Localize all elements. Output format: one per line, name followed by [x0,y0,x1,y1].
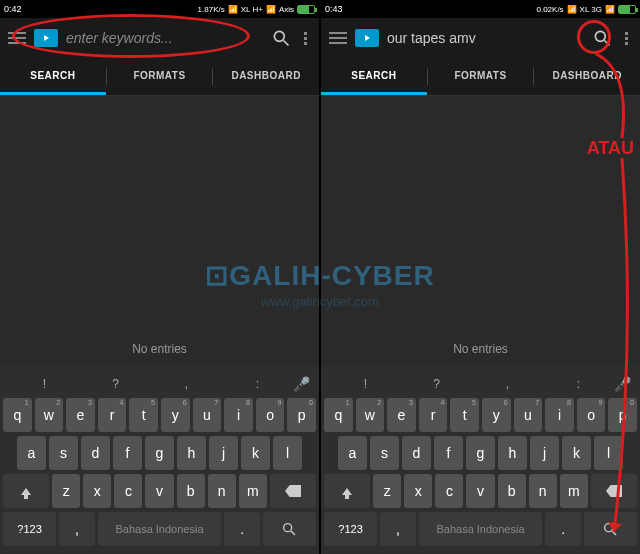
overflow-menu[interactable] [295,32,315,45]
key-z[interactable]: z [373,474,401,508]
key-a[interactable]: a [17,436,46,470]
suggestion[interactable]: ? [80,377,151,391]
menu-button[interactable] [325,25,351,51]
key-b[interactable]: b [498,474,526,508]
key-d[interactable]: d [81,436,110,470]
key-l[interactable]: l [273,436,302,470]
key-n[interactable]: n [529,474,557,508]
key-l[interactable]: l [594,436,623,470]
phone-left: 0:42 1.87K/s 📶 XL H+ 📶 Axis SEARCH FORMA… [0,0,319,554]
key-x[interactable]: x [83,474,111,508]
key-m[interactable]: m [239,474,267,508]
key-f[interactable]: f [434,436,463,470]
key-j[interactable]: j [209,436,238,470]
svg-point-0 [274,31,284,41]
key-y[interactable]: y6 [161,398,190,432]
symbols-key[interactable]: ?123 [324,512,377,546]
key-p[interactable]: p0 [608,398,637,432]
key-w[interactable]: w2 [356,398,385,432]
key-q[interactable]: q1 [3,398,32,432]
tab-dashboard[interactable]: DASHBOARD [213,58,319,95]
key-t[interactable]: t5 [450,398,479,432]
key-a[interactable]: a [338,436,367,470]
key-u[interactable]: u7 [514,398,543,432]
key-m[interactable]: m [560,474,588,508]
app-icon[interactable] [355,29,379,47]
key-p[interactable]: p0 [287,398,316,432]
search-key[interactable] [263,512,316,546]
search-icon[interactable] [592,28,612,48]
backspace-key[interactable] [591,474,637,508]
key-g[interactable]: g [466,436,495,470]
key-k[interactable]: k [562,436,591,470]
suggestion[interactable]: , [472,377,543,391]
key-c[interactable]: c [114,474,142,508]
key-t[interactable]: t5 [129,398,158,432]
battery-icon [618,5,636,14]
key-s[interactable]: s [49,436,78,470]
key-x[interactable]: x [404,474,432,508]
tab-search[interactable]: SEARCH [0,58,106,95]
backspace-key[interactable] [270,474,316,508]
key-y[interactable]: y6 [482,398,511,432]
key-i[interactable]: i8 [545,398,574,432]
key-u[interactable]: u7 [193,398,222,432]
key-o[interactable]: o9 [256,398,285,432]
key-r[interactable]: r4 [419,398,448,432]
overflow-menu[interactable] [616,32,636,45]
suggestion[interactable]: ! [330,377,401,391]
key-i[interactable]: i8 [224,398,253,432]
comma-key[interactable]: , [380,512,415,546]
key-e[interactable]: e3 [387,398,416,432]
suggestion[interactable]: : [222,377,293,391]
tab-formats[interactable]: FORMATS [428,58,534,95]
key-f[interactable]: f [113,436,142,470]
key-n[interactable]: n [208,474,236,508]
key-h[interactable]: h [498,436,527,470]
space-key[interactable]: Bahasa Indonesia [419,512,543,546]
key-q[interactable]: q1 [324,398,353,432]
suggestion[interactable]: ? [401,377,472,391]
suggestion[interactable]: , [151,377,222,391]
comma-key[interactable]: , [59,512,94,546]
period-key[interactable]: . [545,512,580,546]
key-j[interactable]: j [530,436,559,470]
search-input[interactable] [62,26,267,50]
key-s[interactable]: s [370,436,399,470]
space-key[interactable]: Bahasa Indonesia [98,512,222,546]
toolbar [0,18,319,58]
tab-search[interactable]: SEARCH [321,58,427,95]
kb-row-3: zxcvbnm [3,474,316,508]
tab-dashboard[interactable]: DASHBOARD [534,58,640,95]
status-bar: 0:43 0.02K/s 📶 XL 3G 📶 [321,0,640,18]
key-v[interactable]: v [145,474,173,508]
mic-icon[interactable]: 🎤 [293,376,310,392]
search-key[interactable] [584,512,637,546]
key-g[interactable]: g [145,436,174,470]
suggestion[interactable]: ! [9,377,80,391]
key-o[interactable]: o9 [577,398,606,432]
suggestion[interactable]: : [543,377,614,391]
keyboard: ! ? , : 🎤 q1w2e3r4t5y6u7i8o9p0 asdfghjkl… [321,366,640,554]
key-w[interactable]: w2 [35,398,64,432]
key-k[interactable]: k [241,436,270,470]
key-h[interactable]: h [177,436,206,470]
key-v[interactable]: v [466,474,494,508]
key-b[interactable]: b [177,474,205,508]
app-icon[interactable] [34,29,58,47]
search-input[interactable] [383,26,588,50]
search-icon[interactable] [271,28,291,48]
key-z[interactable]: z [52,474,80,508]
key-e[interactable]: e3 [66,398,95,432]
tab-formats[interactable]: FORMATS [107,58,213,95]
shift-key[interactable] [324,474,370,508]
suggestion-row: ! ? , : 🎤 [324,370,637,398]
shift-key[interactable] [3,474,49,508]
key-c[interactable]: c [435,474,463,508]
mic-icon[interactable]: 🎤 [614,376,631,392]
period-key[interactable]: . [224,512,259,546]
key-d[interactable]: d [402,436,431,470]
symbols-key[interactable]: ?123 [3,512,56,546]
key-r[interactable]: r4 [98,398,127,432]
menu-button[interactable] [4,25,30,51]
